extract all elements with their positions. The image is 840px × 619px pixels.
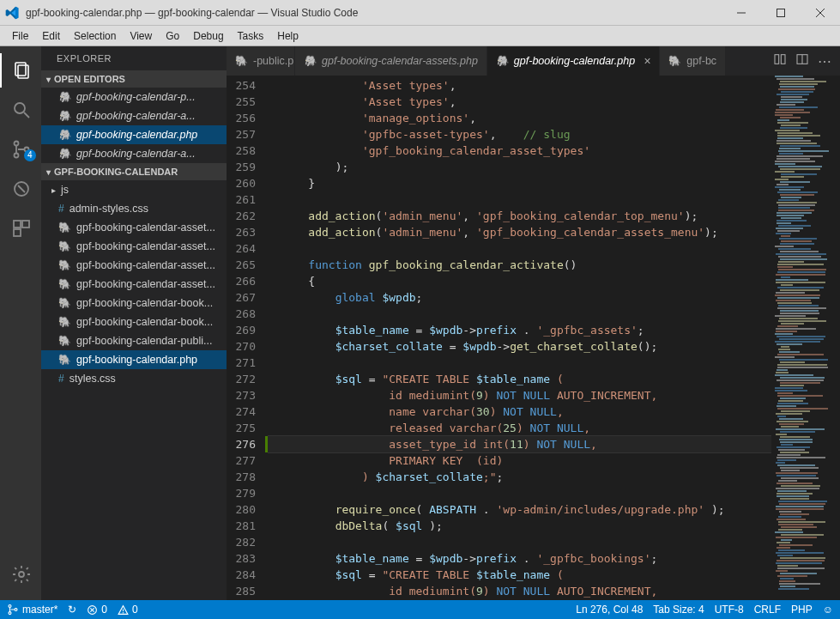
svg-rect-14 bbox=[22, 221, 29, 228]
close-button[interactable] bbox=[801, 0, 840, 26]
menu-edit[interactable]: Edit bbox=[35, 28, 67, 44]
php-icon: 🐘 bbox=[58, 354, 71, 366]
editor-tab[interactable]: 🐘gpf-booking-calendar-assets.php bbox=[295, 46, 487, 76]
php-icon: 🐘 bbox=[58, 297, 71, 309]
svg-rect-1 bbox=[777, 9, 785, 16]
menu-debug[interactable]: Debug bbox=[186, 28, 230, 44]
php-icon: 🐘 bbox=[58, 316, 71, 328]
split-editor-icon[interactable] bbox=[795, 52, 809, 70]
editor-tab[interactable]: 🐘gpf-booking-calendar.php× bbox=[487, 46, 661, 76]
chevron-down-icon: ▾ bbox=[46, 167, 51, 177]
search-icon[interactable] bbox=[0, 93, 41, 127]
vscode-logo-icon bbox=[5, 6, 19, 20]
file-item[interactable]: 🐘gpf-booking-calendar-book... bbox=[41, 313, 227, 331]
code-editor[interactable]: 'Asset types', 'Asset types', 'manage_op… bbox=[268, 76, 771, 600]
tab-actions: ⋯ bbox=[764, 46, 840, 76]
window-titlebar: gpf-booking-calendar.php — gpf-booking-c… bbox=[0, 0, 840, 26]
open-editors-header[interactable]: ▾ OPEN EDITORS bbox=[41, 70, 227, 88]
close-icon[interactable]: × bbox=[644, 54, 650, 68]
file-item[interactable]: 🐘gpf-booking-calendar-publi... bbox=[41, 331, 227, 350]
php-icon: 🐘 bbox=[668, 55, 681, 67]
warnings-count[interactable]: 0 bbox=[118, 604, 138, 616]
extensions-icon[interactable] bbox=[0, 211, 41, 246]
open-editor-item[interactable]: 🐘gpf-booking-calendar-a... bbox=[41, 144, 227, 163]
file-item[interactable]: 🐘gpf-booking-calendar-asset... bbox=[41, 237, 227, 256]
svg-point-6 bbox=[15, 103, 25, 113]
open-editors-list: 🐘gpf-booking-calendar-p...🐘gpf-booking-c… bbox=[41, 88, 227, 163]
editor-tabs: 🐘-public.php🐘gpf-booking-calendar-assets… bbox=[227, 46, 840, 76]
debug-icon[interactable] bbox=[0, 172, 41, 206]
php-icon: 🐘 bbox=[304, 55, 317, 67]
php-icon: 🐘 bbox=[58, 259, 71, 271]
php-icon: 🐘 bbox=[58, 335, 71, 347]
svg-line-12 bbox=[18, 185, 25, 192]
php-icon: 🐘 bbox=[58, 148, 71, 160]
menu-file[interactable]: File bbox=[5, 28, 35, 44]
menu-help[interactable]: Help bbox=[270, 28, 305, 44]
open-editor-item[interactable]: 🐘gpf-booking-calendar-p... bbox=[41, 88, 227, 106]
editor-tab[interactable]: 🐘-public.php bbox=[227, 46, 295, 76]
menu-go[interactable]: Go bbox=[159, 28, 186, 44]
file-item[interactable]: ▸js bbox=[41, 180, 227, 199]
tab-size[interactable]: Tab Size: 4 bbox=[653, 604, 704, 616]
line-gutter: 2542552562572582592602612622632642652662… bbox=[227, 76, 268, 600]
svg-rect-17 bbox=[775, 55, 779, 64]
svg-line-7 bbox=[24, 112, 29, 118]
more-icon[interactable]: ⋯ bbox=[818, 53, 831, 70]
menu-bar: FileEditSelectionViewGoDebugTasksHelp bbox=[0, 26, 840, 46]
svg-point-16 bbox=[19, 572, 24, 577]
compare-icon[interactable] bbox=[773, 52, 787, 70]
git-branch[interactable]: master* bbox=[7, 604, 57, 616]
eol[interactable]: CRLF bbox=[754, 604, 781, 616]
file-item[interactable]: #admin-styles.css bbox=[41, 199, 227, 218]
open-editor-item[interactable]: 🐘gpf-booking-calendar.php bbox=[41, 125, 227, 144]
maximize-button[interactable] bbox=[761, 0, 801, 26]
menu-view[interactable]: View bbox=[123, 28, 159, 44]
minimap[interactable] bbox=[771, 76, 840, 600]
svg-point-9 bbox=[15, 154, 19, 158]
cursor-position[interactable]: Ln 276, Col 48 bbox=[576, 604, 643, 616]
scm-badge: 4 bbox=[24, 149, 36, 161]
project-header[interactable]: ▾ GPF-BOOKING-CALENDAR bbox=[41, 163, 227, 180]
svg-rect-15 bbox=[14, 229, 21, 236]
file-tree: ▸js#admin-styles.css🐘gpf-booking-calenda… bbox=[41, 180, 227, 388]
sidebar-title: EXPLORER bbox=[41, 46, 227, 70]
open-editor-item[interactable]: 🐘gpf-booking-calendar-a... bbox=[41, 106, 227, 125]
source-control-icon[interactable]: 4 bbox=[0, 132, 41, 167]
sync-icon[interactable]: ↻ bbox=[68, 604, 76, 616]
minimize-button[interactable] bbox=[722, 0, 761, 26]
php-icon: 🐘 bbox=[58, 110, 71, 122]
activity-bar: 4 bbox=[0, 46, 41, 600]
file-item[interactable]: 🐘gpf-booking-calendar-book... bbox=[41, 294, 227, 313]
file-item[interactable]: 🐘gpf-booking-calendar-asset... bbox=[41, 256, 227, 275]
status-bar: master* ↻ 0 0 Ln 276, Col 48 Tab Size: 4… bbox=[0, 600, 840, 619]
file-item[interactable]: 🐘gpf-booking-calendar-asset... bbox=[41, 275, 227, 294]
file-item[interactable]: 🐘gpf-booking-calendar.php bbox=[41, 350, 227, 369]
window-title: gpf-booking-calendar.php — gpf-booking-c… bbox=[26, 7, 358, 19]
php-icon: 🐘 bbox=[58, 240, 71, 252]
css-icon: # bbox=[58, 203, 64, 215]
explorer-icon[interactable] bbox=[0, 53, 41, 88]
svg-point-28 bbox=[123, 612, 124, 613]
language-mode[interactable]: PHP bbox=[791, 604, 813, 616]
feedback-icon[interactable]: ☺ bbox=[823, 604, 833, 616]
settings-gear-icon[interactable] bbox=[0, 557, 41, 592]
php-icon: 🐘 bbox=[58, 222, 71, 234]
php-icon: 🐘 bbox=[58, 278, 71, 290]
menu-tasks[interactable]: Tasks bbox=[231, 28, 271, 44]
menu-selection[interactable]: Selection bbox=[67, 28, 123, 44]
svg-point-22 bbox=[9, 612, 11, 615]
php-icon: 🐘 bbox=[58, 129, 71, 141]
file-item[interactable]: 🐘gpf-booking-calendar-asset... bbox=[41, 218, 227, 237]
php-icon: 🐘 bbox=[58, 91, 71, 103]
editor-tab[interactable]: 🐘gpf-bc bbox=[660, 46, 726, 76]
sidebar-explorer: EXPLORER ▾ OPEN EDITORS 🐘gpf-booking-cal… bbox=[41, 46, 227, 600]
encoding[interactable]: UTF-8 bbox=[715, 604, 744, 616]
errors-count[interactable]: 0 bbox=[87, 604, 107, 616]
php-icon: 🐘 bbox=[235, 55, 248, 67]
svg-rect-13 bbox=[14, 221, 21, 228]
svg-rect-18 bbox=[781, 55, 785, 64]
css-icon: # bbox=[58, 373, 64, 385]
svg-point-8 bbox=[15, 142, 19, 146]
file-item[interactable]: #styles.css bbox=[41, 369, 227, 388]
